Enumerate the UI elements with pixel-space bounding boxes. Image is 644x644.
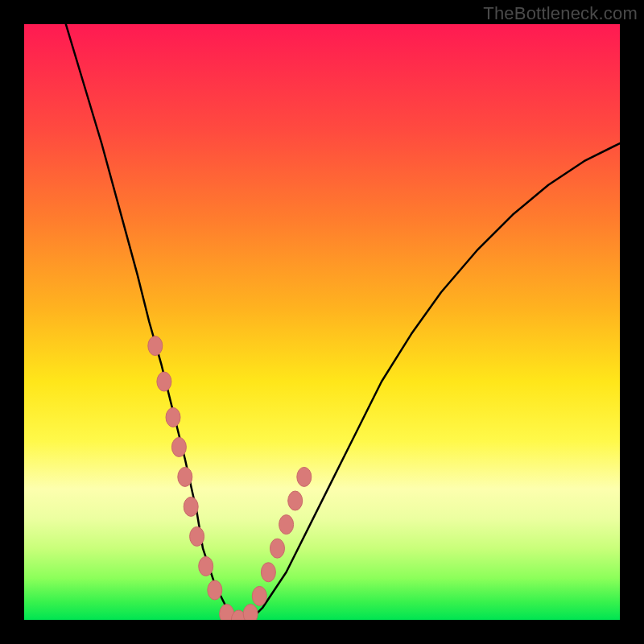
- marker-dot: [288, 491, 303, 510]
- marker-dot: [243, 605, 258, 620]
- watermark-text: TheBottleneck.com: [483, 3, 638, 24]
- chart-stage: TheBottleneck.com: [0, 0, 644, 644]
- marker-dot: [252, 586, 266, 605]
- marker-dot: [261, 563, 275, 582]
- marker-dot: [199, 556, 213, 576]
- marker-dot: [184, 497, 198, 516]
- marker-dot: [166, 407, 180, 427]
- bottleneck-curve: [66, 24, 620, 620]
- marker-dot: [190, 526, 204, 546]
- highlight-markers: [148, 336, 312, 620]
- marker-dot: [178, 467, 192, 486]
- marker-dot: [208, 580, 222, 600]
- marker-dot: [171, 437, 186, 456]
- plot-area: [24, 24, 620, 620]
- curve-path: [66, 24, 620, 620]
- marker-dot: [148, 336, 163, 356]
- curve-svg: [24, 24, 620, 620]
- marker-dot: [157, 372, 171, 391]
- marker-dot: [279, 515, 294, 535]
- marker-dot: [270, 539, 285, 558]
- marker-dot: [297, 467, 312, 486]
